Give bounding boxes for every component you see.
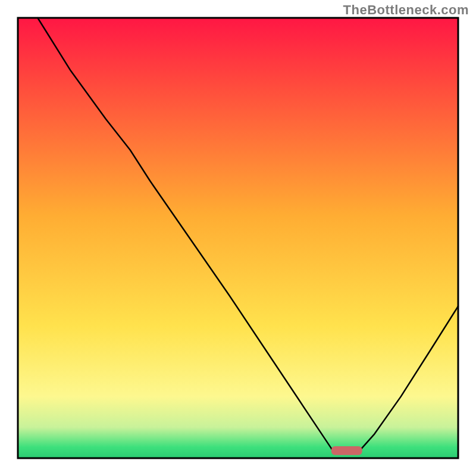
- chart-stage: TheBottleneck.com: [0, 0, 476, 476]
- bottleneck-chart: [0, 0, 476, 476]
- watermark-text: TheBottleneck.com: [343, 2, 469, 18]
- chart-background: [18, 18, 458, 458]
- optimal-marker: [331, 446, 362, 455]
